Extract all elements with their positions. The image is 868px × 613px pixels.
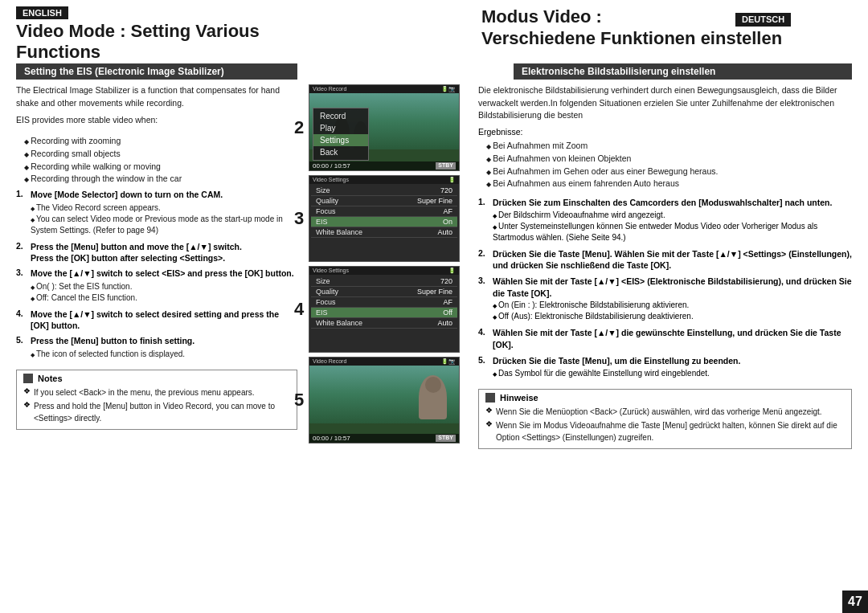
hinweise-text-2: Wenn Sie im Modus Videoaufnahme die Tast… [496,419,845,443]
menu-settings[interactable]: Settings [313,134,368,146]
screen-2-scene: Record Play Settings Back [309,93,459,149]
step-2-content: Press the [Menu] button and move the [▲/… [31,241,242,264]
right-step-2: 2. Drücken Sie die Taste [Menu]. Wählen … [478,248,852,272]
screen-4-topbar: Video Settings 🔋 [309,267,459,275]
step-2: 2. Press the [Menu] button and move the … [16,241,297,264]
screen-3-icons: 🔋 [448,177,456,183]
wb-label: White Balance [316,228,362,236]
right-intro: Die elektronische Bildstabilisierung ver… [478,84,852,122]
screen-4-wrapper: 4 Video Settings 🔋 Size 720 Quality Su [309,266,460,353]
eis-bullet-1: Recording with zooming [24,135,297,148]
screen-number-3: 3 [294,208,304,229]
screen-3-quality-row: Quality Super Fine [311,196,457,206]
step-4-content: Move the [▲/▼] switch to select desired … [31,309,297,332]
screen-4-content: Size 720 Quality Super Fine Focus AF E [309,275,459,330]
screen-4-eis-row: EIS Off [311,308,457,318]
s4-quality-val: Super Fine [417,288,452,296]
hinweise-item-1: ❖ Wenn Sie die Menüoption <Back> (Zurück… [485,406,845,418]
wb-val: Auto [437,228,452,236]
person-head [425,377,441,393]
screen-5-topbar: Video Record 🔋📷 [309,358,459,366]
step-3-num: 3. [16,268,27,305]
step-3-b1: On( ): Set the EIS function. [31,281,294,292]
right-main-title-block: Modus Video : DEUTSCH Verschiedene Funkt… [481,6,791,50]
eis-intro: EIS provides more stable video when: [16,114,297,127]
step-1-b1: The Video Record screen appears. [31,202,297,214]
step-5-bullets: The icon of selected function is display… [31,349,194,360]
hinweise-box: Hinweise ❖ Wenn Sie die Menüoption <Back… [478,389,852,449]
screen-5-time: 00:00 / 10:57 [313,435,350,442]
notes-item-2: ❖ Press and hold the [Menu] button in Vi… [23,400,290,424]
screen-4-size-row: Size 720 [311,276,457,287]
step-2-sub: Press the [OK] button after selecting <S… [31,252,242,264]
right-step-5-bullets: Das Symbol für die gewählte Einstellung … [493,368,740,379]
page-number-badge: 47 [842,591,868,613]
screen-4-quality-row: Quality Super Fine [311,287,457,297]
section-headers: Setting the EIS (Electronic Image Stabil… [0,63,868,80]
screen-number-2: 2 [294,117,304,138]
eis-bullet-2: Recording small objects [24,148,297,161]
screen-2: Video Record 🔋📷 Record Play Settings [309,84,460,171]
s4-eis-val: Off [443,309,452,317]
right-step-5-content: Drücken Sie die Taste [Menu], um die Ein… [493,355,740,380]
screen-2-bottombar: 00:00 / 10:57 STBY [309,161,459,170]
size-val: 720 [440,186,452,194]
step-4-title: Move the [▲/▼] switch to select desired … [31,309,297,332]
screen-5-stby: STBY [436,435,456,442]
right-step-1-title: Drücken Sie zum Einschalten des Camcorde… [493,197,852,209]
left-header: ENGLISH Video Mode : Setting Various Fun… [16,6,305,63]
screen-4: Video Settings 🔋 Size 720 Quality Super … [309,266,460,353]
s4-wb-val: Auto [437,319,452,327]
hinweise-text-1: Wenn Sie die Menüoption <Back> (Zurück) … [496,406,822,418]
right-main-title-line2: Verschiedene Funktionen einstellen [481,28,791,49]
left-text-column: The Electrical Image Stabilizer is a fun… [16,84,305,449]
r-step-3-b1: On (Ein : ): Elektronische Bildstabilisi… [493,300,852,311]
step-1-title: Move [Mode Selector] down to turn on the… [31,189,297,201]
right-step-5-title: Drücken Sie die Taste [Menu], um die Ein… [493,355,740,367]
right-text-column: Die elektronische Bildstabilisierung ver… [470,84,852,449]
notes-icon [23,374,33,383]
english-badge: ENGLISH [16,6,68,19]
hinweise-icon [485,393,495,403]
notes-box: Notes ❖ If you select <Back> in the menu… [16,370,297,430]
s4-focus-label: Focus [316,298,336,306]
screen-2-topbar: Video Record 🔋📷 [309,85,459,93]
r-step-1-b1: Der Bildschirm Videoaufnahme wird angeze… [493,210,852,221]
eis-bullet-list: Recording with zooming Recording small o… [24,135,297,186]
screen-3-focus-row: Focus AF [311,206,457,217]
hinweise-title: Hinweise [485,393,845,403]
right-step-2-title: Drücken Sie die Taste [Menu]. Wählen Sie… [493,248,852,272]
erg-2: Bei Aufnahmen von kleinen Objekten [486,153,852,166]
step-3-b2: Off: Cancel the EIS function. [31,292,294,304]
left-main-title: Video Mode : Setting Various Functions [16,21,297,63]
person-silhouette [419,375,447,419]
screen-3-wb-row: White Balance Auto [311,227,457,238]
eis-val: On [443,218,452,226]
step-1-num: 1. [16,189,27,238]
focus-val: AF [443,207,452,215]
right-step-4: 4. Wählen Sie mit der Taste [▲/▼] die ge… [478,327,852,350]
center-header-spacer [305,6,470,63]
size-label: Size [316,186,330,194]
screen-5-bottombar: 00:00 / 10:57 STBY [309,434,459,443]
left-section-header-wrap: Setting the EIS (Electronic Image Stabil… [16,63,305,80]
right-step-2-content: Drücken Sie die Taste [Menu]. Wählen Sie… [493,248,852,272]
step-3: 3. Move the [▲/▼] switch to select <EIS>… [16,268,297,305]
r-step-5-b1: Das Symbol für die gewählte Einstellung … [493,368,740,379]
screen-2-menu: Record Play Settings Back [313,108,369,161]
ergebnisse-block: Ergebnisse: Bei Aufnahmen mit Zoom Bei A… [478,127,852,194]
step-3-content: Move the [▲/▼] switch to select <EIS> an… [31,268,294,305]
step-4-num: 4. [16,309,27,332]
hinweise-bullet-2: ❖ [485,419,493,443]
eis-bullet-3: Recording while walking or moving [24,161,297,174]
focus-label: Focus [316,207,336,215]
main-content: The Electrical Image Stabilizer is a fun… [0,84,868,452]
eis-bullet-4: Recording through the window in the car [24,173,297,186]
hinweise-label: Hinweise [500,393,538,403]
step-1-bullets: The Video Record screen appears. You can… [31,202,297,236]
step-3-title: Move the [▲/▼] switch to select <EIS> an… [31,268,294,280]
right-step-4-num: 4. [478,327,489,350]
screen-2-icons: 🔋📷 [441,86,456,92]
screen-4-icons: 🔋 [448,268,456,274]
step-1-content: Move [Mode Selector] down to turn on the… [31,189,297,238]
